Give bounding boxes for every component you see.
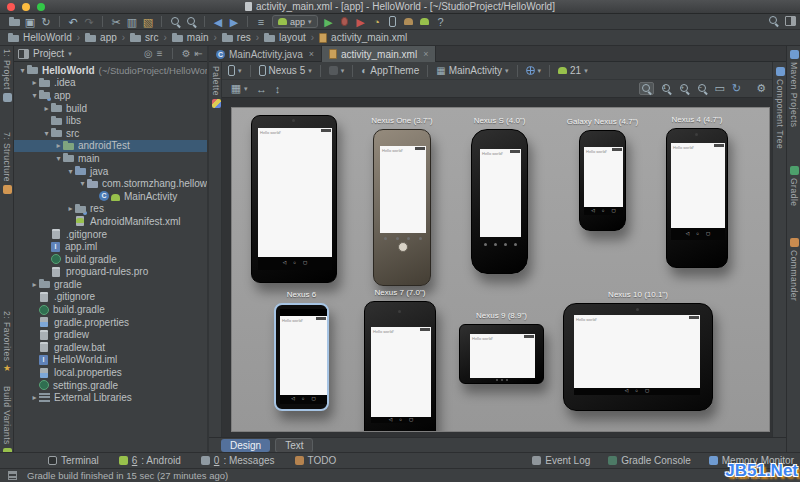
chevron-down-icon[interactable]: ▾ bbox=[68, 50, 72, 58]
hide-panels-icon[interactable] bbox=[785, 16, 796, 26]
component-tree-tab[interactable]: Component Tree bbox=[773, 67, 787, 149]
tree-item-build[interactable]: ▸build bbox=[14, 102, 207, 115]
breadcrumb-item-layout[interactable]: layout bbox=[264, 32, 306, 43]
tree-item-androidmanifest-xml[interactable]: AndroidManifest.xml bbox=[14, 215, 207, 228]
undo-icon[interactable]: ↶ bbox=[65, 15, 81, 29]
chevron-right-icon[interactable]: ▸ bbox=[66, 204, 75, 213]
tree-item-com-stormzhang-helloworld[interactable]: ▾com.stormzhang.helloworld bbox=[14, 177, 207, 190]
variants-grid-icon[interactable]: ▦ bbox=[228, 82, 244, 96]
chevron-right-icon[interactable]: ▸ bbox=[30, 78, 39, 87]
project-panel-title[interactable]: Project bbox=[33, 48, 64, 59]
device-nexus-4[interactable]: Hello world!◁○▢ bbox=[666, 128, 728, 268]
theme-combo[interactable]: ◐AppTheme bbox=[361, 65, 419, 76]
stripe-tab-1-project[interactable]: 1: Project bbox=[0, 49, 14, 102]
avd-manager-icon[interactable] bbox=[385, 15, 401, 29]
locate-file-icon[interactable]: ◎ bbox=[144, 47, 153, 61]
find-icon[interactable] bbox=[167, 15, 183, 29]
tree-item-build-gradle[interactable]: build.gradle bbox=[14, 253, 207, 266]
device-monitor-icon[interactable] bbox=[417, 15, 433, 29]
api-level-combo[interactable]: 21▾ bbox=[558, 65, 588, 76]
tool-button-event-log[interactable]: Event Log bbox=[532, 455, 590, 466]
chevron-down-icon[interactable]: ▾ bbox=[66, 167, 75, 176]
tree-item-androidtest[interactable]: ▸androidTest bbox=[14, 140, 207, 153]
tree-item-libs[interactable]: libs bbox=[14, 114, 207, 127]
settings-gear-icon[interactable]: ⚙ bbox=[182, 47, 191, 61]
tool-button-todo[interactable]: TODO bbox=[295, 455, 337, 466]
zoom-actual-icon[interactable]: 1 bbox=[661, 83, 672, 94]
run-config-combo[interactable]: app▾ bbox=[272, 15, 318, 28]
tree-item-build-gradle[interactable]: build.gradle bbox=[14, 303, 207, 316]
tool-button-gradle-console[interactable]: Gradle Console bbox=[608, 455, 690, 466]
breadcrumb-item-main[interactable]: main bbox=[172, 32, 209, 43]
tree-item-app-iml[interactable]: Iapp.iml bbox=[14, 240, 207, 253]
tool-button-terminal[interactable]: Terminal bbox=[48, 455, 99, 466]
stripe-tab-maven-projects[interactable]: Maven Projects bbox=[787, 50, 800, 128]
search-everywhere-icon[interactable] bbox=[768, 15, 779, 26]
forward-icon[interactable]: ▶ bbox=[226, 15, 242, 29]
run-config-icon[interactable]: ≡ bbox=[253, 15, 269, 29]
breadcrumb-item-helloworld[interactable]: HelloWorld bbox=[8, 32, 72, 43]
paste-icon[interactable]: ▧ bbox=[140, 15, 156, 29]
orientation-combo[interactable]: ▾ bbox=[228, 65, 242, 76]
replace-icon[interactable] bbox=[183, 15, 199, 29]
tab-text[interactable]: Text bbox=[275, 438, 313, 453]
open-file-icon[interactable] bbox=[6, 15, 22, 29]
match-width-icon[interactable]: ↔ bbox=[254, 82, 270, 96]
close-icon[interactable]: × bbox=[423, 49, 428, 59]
device-nexus-one[interactable]: Hello world! bbox=[373, 129, 431, 286]
breadcrumb-item-activity-main-xml[interactable]: activity_main.xml bbox=[319, 32, 407, 43]
breadcrumb-item-src[interactable]: src bbox=[130, 32, 158, 43]
breadcrumb-item-app[interactable]: app bbox=[85, 32, 117, 43]
tree-item-java[interactable]: ▾java bbox=[14, 165, 207, 178]
stripe-tab-2-favorites[interactable]: 2: Favorites★ bbox=[0, 311, 14, 373]
chevron-right-icon[interactable]: ▸ bbox=[42, 104, 51, 113]
stripe-tab-build-variants[interactable]: Build Variants bbox=[0, 386, 14, 457]
refresh-icon[interactable]: ↻ bbox=[732, 82, 741, 95]
tool-button-android[interactable]: 6: Android bbox=[119, 455, 181, 466]
zoom-out-icon[interactable]: − bbox=[697, 83, 708, 94]
tree-item-helloworld[interactable]: ▾HelloWorld(~/StudioProject/HelloWorld) bbox=[14, 64, 207, 77]
device-nexus-10[interactable]: Hello world!◁○▢ bbox=[563, 303, 713, 411]
tree-item-gitignore[interactable]: .gitignore bbox=[14, 291, 207, 304]
toolwindow-toggle-icon[interactable] bbox=[8, 471, 17, 480]
device-nexus-7[interactable]: Hello world!◁○▢ bbox=[364, 301, 436, 432]
frame-toggle-icon[interactable]: ▭ bbox=[715, 82, 725, 95]
chevron-down-icon[interactable]: ▾ bbox=[54, 154, 63, 163]
tree-item-app[interactable]: ▾app bbox=[14, 89, 207, 102]
tree-item-mainactivity[interactable]: CMainActivity bbox=[14, 190, 207, 203]
debug-icon[interactable] bbox=[337, 15, 353, 29]
tree-item-main[interactable]: ▾main bbox=[14, 152, 207, 165]
device-galaxy-nexus[interactable]: Hello world!◁○▢ bbox=[579, 130, 626, 231]
chevron-down-icon[interactable]: ▾ bbox=[30, 91, 39, 100]
tree-item-proguard-rules-pro[interactable]: proguard-rules.pro bbox=[14, 266, 207, 279]
collapse-all-icon[interactable]: ≡ bbox=[157, 47, 163, 61]
tree-item-gradle[interactable]: ▸gradle bbox=[14, 278, 207, 291]
sync-icon[interactable]: ↻ bbox=[38, 15, 54, 29]
match-height-icon[interactable]: ↕ bbox=[270, 82, 286, 96]
palette-tab[interactable]: Palette bbox=[209, 66, 223, 108]
tree-item-helloworld-iml[interactable]: IHelloWorld.iml bbox=[14, 354, 207, 367]
attach-debugger-icon[interactable]: ▶ bbox=[353, 15, 369, 29]
ui-mode-combo[interactable]: ▾ bbox=[329, 66, 345, 75]
breadcrumb-item-res[interactable]: res bbox=[222, 32, 251, 43]
tree-item-gitignore[interactable]: .gitignore bbox=[14, 228, 207, 241]
tab-mainactivity-java[interactable]: CMainActivity.java× bbox=[209, 46, 322, 62]
chevron-right-icon[interactable]: ▸ bbox=[30, 393, 39, 402]
chevron-right-icon[interactable]: ▸ bbox=[30, 280, 39, 289]
chevron-down-icon[interactable]: ▾ bbox=[78, 179, 87, 188]
locale-combo[interactable]: ▾ bbox=[526, 66, 542, 75]
tree-item-res[interactable]: ▸res bbox=[14, 203, 207, 216]
tree-item-gradlew[interactable]: gradlew bbox=[14, 328, 207, 341]
profile-icon[interactable]: ◔ bbox=[369, 15, 385, 29]
help-icon[interactable]: ? bbox=[433, 15, 449, 29]
sdk-manager-icon[interactable] bbox=[401, 15, 417, 29]
tree-item-local-properties[interactable]: local.properties bbox=[14, 366, 207, 379]
activity-combo[interactable]: ▦MainActivity▾ bbox=[436, 65, 508, 76]
run-icon[interactable]: ▶ bbox=[321, 15, 337, 29]
tab-activity-main-xml[interactable]: activity_main.xml× bbox=[322, 46, 436, 62]
tab-design[interactable]: Design bbox=[221, 439, 270, 452]
tool-button-messages[interactable]: 0: Messages bbox=[201, 455, 275, 466]
back-icon[interactable]: ◀ bbox=[210, 15, 226, 29]
tree-item-settings-gradle[interactable]: settings.gradle bbox=[14, 379, 207, 392]
device-nexus-9[interactable]: Hello world! bbox=[459, 324, 544, 384]
